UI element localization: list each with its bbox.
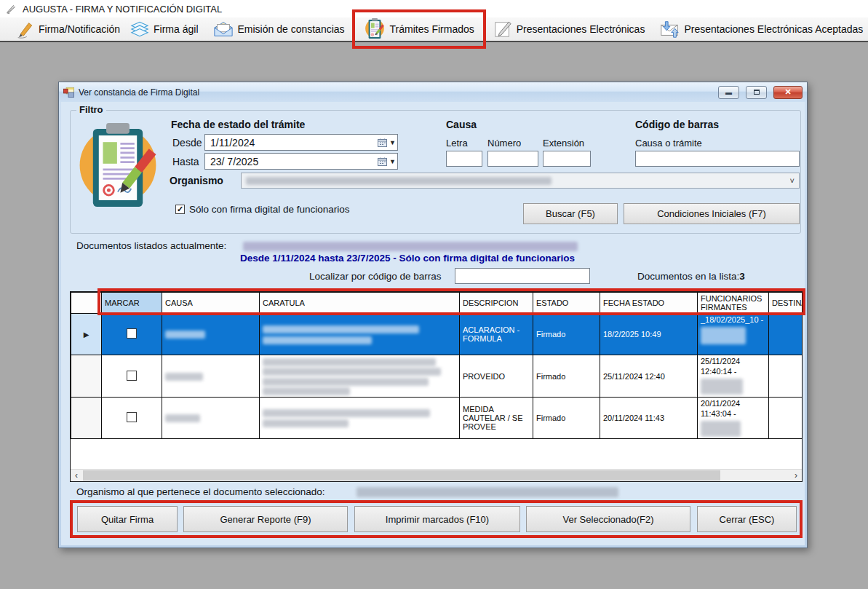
dropdown-arrow-icon[interactable]: ▼ (389, 158, 396, 165)
desde-date-input[interactable]: 1/11/2024 ▼ (204, 134, 398, 151)
table-row[interactable]: ▶ ACLARACION - FORMULA Firmado 18/2/2025… (71, 314, 803, 355)
column-header-funcionarios[interactable]: FUNCIONARIOS FIRMANTES (698, 293, 769, 314)
table-row[interactable]: MEDIDA CAUTELAR / SE PROVEE Firmado 20/1… (71, 398, 803, 439)
desde-label: Desde (172, 137, 202, 149)
generar-reporte-button[interactable]: Generar Reporte (F9) (183, 506, 348, 532)
clipboard-icon (364, 17, 386, 41)
main-toolbar: Firma/Notificación Firma ágil (0, 17, 868, 42)
filtro-groupbox: Filtro (70, 110, 801, 234)
organismo-label: Organismo (170, 175, 223, 186)
column-header-marcar[interactable]: MARCAR (102, 293, 162, 314)
dropdown-arrow-icon[interactable]: ▼ (389, 139, 396, 146)
filtro-legend: Filtro (76, 104, 106, 115)
toolbar-label: Emisión de constancias (238, 23, 345, 35)
row-selector-cell[interactable]: ▶ (71, 314, 102, 355)
toolbar-item-firma-agil[interactable]: Firma ágil (125, 17, 203, 41)
toolbar-label: Presentaciones Electrónicas (517, 23, 645, 35)
redacted-organismo-text (246, 177, 552, 185)
calendar-icon (378, 157, 387, 166)
horizontal-scrollbar[interactable]: ‹ › (71, 469, 802, 481)
dialog-client-area: Filtro (61, 102, 805, 545)
numero-input[interactable] (487, 151, 538, 167)
clipboard-illustration-icon (76, 117, 159, 218)
organismo-combobox[interactable]: ˅ (241, 173, 800, 189)
ver-seleccionado-button[interactable]: Ver Seleccionado(F2) (526, 506, 690, 532)
column-header-caratula[interactable]: CARATULA (260, 293, 460, 314)
organismo-selected-label: Organismo al que pertenece el documento … (76, 486, 324, 497)
toolbar-item-tramites-firmados[interactable]: Trámites Firmados (359, 15, 479, 44)
causa-cell (162, 314, 260, 355)
imprimir-marcados-button[interactable]: Imprimir marcados (F10) (354, 506, 520, 532)
docs-count-value: 3 (739, 271, 745, 282)
cerrar-button[interactable]: Cerrar (ESC) (697, 506, 797, 532)
causa-o-tramite-input[interactable] (635, 151, 800, 167)
causa-cell (162, 398, 260, 439)
marcar-cell[interactable] (102, 398, 162, 439)
winform-icon (63, 87, 74, 98)
column-header-descripcion[interactable]: DESCRIPCION (460, 293, 533, 314)
row-checkbox[interactable] (127, 371, 137, 381)
row-checkbox[interactable] (127, 328, 137, 339)
table-header-row: MARCAR CAUSA CARATULA DESCRIPCION ESTADO… (71, 293, 803, 314)
destinat-cell (769, 355, 803, 398)
row-selector-arrow-icon: ▶ (84, 331, 89, 339)
toolbar-item-emision-constancias[interactable]: Emisión de constancias (208, 18, 350, 40)
close-button[interactable]: ✕ (773, 86, 803, 99)
condiciones-iniciales-button[interactable]: Condiciones Iniciales (F7) (624, 203, 800, 224)
pen-icon (15, 20, 34, 39)
marcar-cell[interactable] (102, 355, 162, 398)
column-header-causa[interactable]: CAUSA (162, 293, 260, 314)
pen-paper-icon (493, 20, 512, 39)
descripcion-cell: ACLARACION - FORMULA (460, 314, 533, 355)
buscar-button[interactable]: Buscar (F5) (523, 203, 618, 224)
causa-cell (162, 355, 260, 398)
scroll-left-icon[interactable]: ‹ (71, 470, 82, 481)
envelope-arrows-icon (659, 20, 680, 39)
toolbar-label: Firma ágil (154, 23, 198, 35)
causa-heading: Causa (446, 119, 477, 130)
row-selector-cell[interactable] (71, 398, 102, 439)
maximize-button[interactable] (746, 86, 767, 99)
hasta-date-input[interactable]: 23/ 7/2025 ▼ (204, 153, 398, 170)
row-selector-cell[interactable] (71, 355, 102, 398)
row-checkbox[interactable] (127, 412, 137, 422)
row-selector-header (71, 293, 102, 314)
quill-icon (5, 3, 17, 15)
dialog-title-bar[interactable]: Ver constancia de Firma Digital ▬ ✕ (59, 82, 807, 102)
range-summary-text: Desde 1/11/2024 hasta 23/7/2025 - Sólo c… (240, 253, 575, 264)
numero-label: Número (487, 138, 521, 149)
letra-input[interactable] (446, 151, 482, 167)
column-header-fecha-estado[interactable]: FECHA ESTADO (600, 293, 698, 314)
fecha-estado-cell: 18/2/2025 10:49 (600, 314, 698, 355)
toolbar-item-presentaciones-aceptadas[interactable]: Presentaciones Electrónicas Aceptadas (654, 17, 868, 41)
funcionarios-cell: 25/11/2024 12:40:14 - (698, 355, 769, 398)
toolbar-item-firma-notificacion[interactable]: Firma/Notificación (10, 17, 125, 41)
scroll-right-icon[interactable]: › (790, 470, 802, 481)
calendar-icon (378, 138, 387, 147)
caratula-cell (260, 355, 460, 398)
toolbar-item-presentaciones-electronicas[interactable]: Presentaciones Electrónicas (488, 17, 650, 41)
scrollbar-thumb[interactable] (83, 470, 720, 481)
quitar-firma-button[interactable]: Quitar Firma (77, 506, 178, 532)
redacted-organismo-selected (357, 487, 618, 497)
checkbox-check-icon[interactable]: ✓ (175, 205, 185, 214)
minimize-button[interactable]: ▬ (718, 86, 739, 99)
toolbar-label: Presentaciones Electrónicas Aceptadas (684, 23, 863, 35)
fecha-estado-heading: Fecha de estado del trámite (171, 119, 305, 130)
app-title: AUGUSTA - FIRMA Y NOTIFICACIÓN DIGITAL (23, 4, 222, 15)
solo-firma-checkbox[interactable]: ✓ Sólo con firma digital de funcionarios (175, 204, 350, 215)
column-header-estado[interactable]: ESTADO (533, 293, 600, 314)
destinat-cell (769, 314, 803, 355)
descripcion-cell: MEDIDA CAUTELAR / SE PROVEE (460, 398, 533, 439)
marcar-cell[interactable] (102, 314, 162, 355)
docs-count-label: Documentos en la lista:3 (637, 271, 745, 282)
localizar-barcode-input[interactable] (455, 268, 590, 284)
hasta-label: Hasta (172, 156, 199, 167)
annotation-toolbar-highlight: Trámites Firmados (352, 9, 486, 49)
causa-o-tramite-label: Causa o trámite (635, 138, 702, 149)
column-header-destinat[interactable]: DESTINAT (769, 293, 803, 314)
extension-input[interactable] (543, 151, 591, 167)
redacted-organismo-listado (243, 242, 578, 251)
chevron-down-icon: ˅ (790, 176, 795, 185)
table-row[interactable]: PROVEIDO Firmado 25/11/2024 12:40 25/11/… (71, 355, 803, 398)
